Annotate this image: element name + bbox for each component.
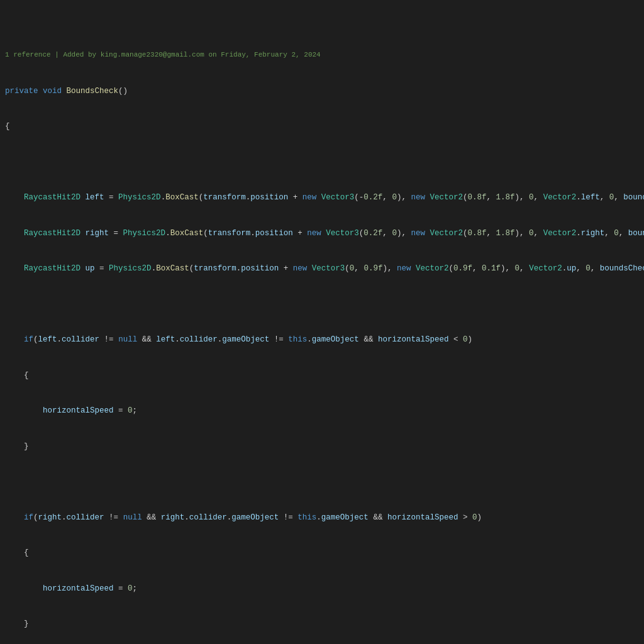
hspeed-zero-1: horizontalSpeed = 0; — [0, 405, 644, 417]
if-left: if(left.collider != null && left.collide… — [0, 334, 644, 346]
close-brace-3: } — [0, 618, 644, 630]
blank-3 — [0, 476, 644, 488]
bounds-right: RaycastHit2D right = Physics2D.BoxCast(t… — [0, 228, 644, 240]
fn-sig-boundscheck: private void BoundsCheck() — [0, 86, 644, 97]
close-brace-2: } — [0, 441, 644, 453]
blank-1 — [0, 157, 644, 169]
open-brace-2: { — [0, 370, 644, 382]
if-right: if(right.collider != null && right.colli… — [0, 512, 644, 524]
hspeed-zero-2: horizontalSpeed = 0; — [0, 583, 644, 595]
open-brace-3: { — [0, 547, 644, 559]
code-editor[interactable]: 1 reference | Added by king.manage2320@g… — [0, 0, 644, 644]
bounds-up: RaycastHit2D up = Physics2D.BoxCast(tran… — [0, 263, 644, 275]
ref-boundscheck: 1 reference | Added by king.manage2320@g… — [0, 50, 644, 62]
blank-2 — [0, 299, 644, 311]
bounds-left: RaycastHit2D left = Physics2D.BoxCast(tr… — [0, 192, 644, 204]
open-brace-1: { — [0, 121, 644, 133]
